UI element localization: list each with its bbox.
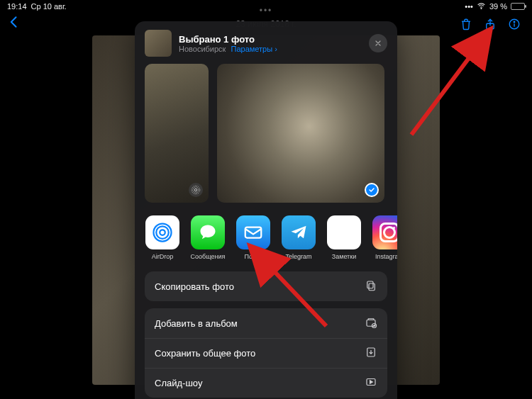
download-icon	[365, 346, 377, 361]
options-link[interactable]: Параметры ›	[231, 45, 277, 53]
svg-rect-10	[245, 227, 262, 238]
svg-point-0	[481, 8, 482, 9]
action-save-shared-photo[interactable]: Сохранить общее фото	[145, 338, 387, 368]
battery-icon	[511, 3, 525, 10]
preview-photo-1[interactable]	[145, 64, 209, 203]
share-apps-row[interactable]: AirDrop Сообщения Почта Telegram Заметки	[135, 211, 397, 264]
app-label: Сообщения	[190, 253, 226, 260]
app-notes[interactable]: Заметки	[326, 215, 362, 260]
wifi-icon	[477, 1, 486, 12]
app-telegram[interactable]: Telegram	[281, 215, 316, 260]
svg-point-8	[156, 226, 169, 239]
action-label: Сохранить общее фото	[155, 348, 255, 359]
svg-point-5	[193, 187, 199, 193]
app-label: Почта	[235, 253, 271, 260]
action-label: Скопировать фото	[155, 281, 234, 292]
sheet-header: Выбрано 1 фото Новосибирск Параметры ›	[135, 30, 397, 64]
svg-point-4	[194, 189, 197, 191]
svg-point-3	[514, 21, 515, 23]
selected-count: Выбрано 1 фото	[179, 34, 277, 45]
svg-rect-11	[369, 283, 375, 291]
battery-percent: 39 %	[489, 2, 507, 11]
app-label: Instagram	[372, 253, 397, 260]
photo-previews[interactable]	[135, 64, 397, 211]
app-mail[interactable]: Почта	[235, 215, 271, 260]
action-label: Слайд-шоу	[155, 378, 202, 388]
app-label: AirDrop	[145, 253, 180, 260]
svg-rect-12	[367, 281, 373, 288]
action-copy-photo[interactable]: Скопировать фото	[145, 271, 387, 301]
share-sheet: Выбрано 1 фото Новосибирск Параметры ›	[135, 21, 397, 399]
preview-photo-2[interactable]	[217, 64, 384, 203]
more-dots: •••	[260, 6, 273, 16]
close-button[interactable]	[369, 34, 387, 52]
app-airdrop[interactable]: AirDrop	[145, 215, 180, 260]
copy-icon	[365, 279, 377, 294]
app-messages[interactable]: Сообщения	[190, 215, 226, 260]
app-label: Заметки	[326, 253, 362, 260]
trash-button[interactable]	[460, 18, 472, 30]
slideshow-icon	[365, 376, 377, 390]
back-button[interactable]	[0, 15, 28, 33]
status-time: 19:14	[7, 2, 27, 11]
svg-point-7	[160, 230, 165, 235]
action-label: Добавить в альбом	[155, 318, 238, 329]
status-date: Ср 10 авг.	[31, 2, 67, 11]
header-thumbnail	[145, 30, 172, 57]
action-add-to-album[interactable]: Добавить в альбом	[145, 308, 387, 338]
app-instagram[interactable]: Instagram	[372, 215, 397, 260]
share-button[interactable]	[484, 18, 497, 30]
signal-icon: •••	[465, 2, 473, 11]
info-button[interactable]	[508, 18, 521, 30]
selected-check-icon	[365, 183, 379, 197]
live-photo-icon	[189, 183, 203, 197]
location-text: Новосибирск	[179, 45, 226, 53]
action-slideshow[interactable]: Слайд-шоу	[145, 368, 387, 398]
album-add-icon	[365, 316, 377, 331]
app-label: Telegram	[281, 253, 316, 260]
